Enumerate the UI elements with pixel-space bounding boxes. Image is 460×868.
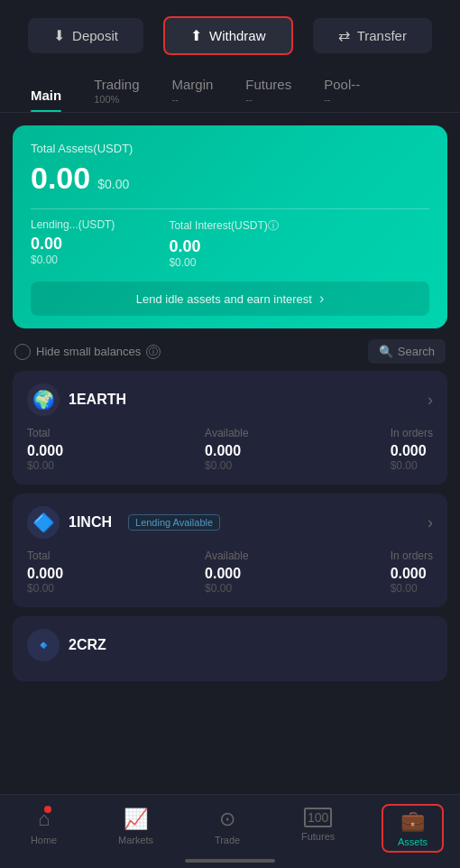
inorders-col: In orders 0.000 $0.00 xyxy=(391,427,433,472)
coin-list: 🌍 1EARTH › Total 0.000 $0.00 Available 0… xyxy=(0,371,460,690)
tab-trading[interactable]: Trading 100% xyxy=(78,68,155,112)
lending-badge: Lending Available xyxy=(128,514,220,531)
nav-markets[interactable]: 📈 Markets xyxy=(104,804,168,849)
nav-home[interactable]: ⌂ Home xyxy=(16,804,71,849)
tab-main[interactable]: Main xyxy=(14,78,78,112)
futures-icon: 100 xyxy=(304,808,332,827)
nav-trade[interactable]: ⊙ Trade xyxy=(200,804,254,849)
coin-item-1inch[interactable]: 🔷 1INCH Lending Available › Total 0.000 … xyxy=(13,494,447,607)
assets-row: Lending...(USDT) 0.00 $0.00 Total Intere… xyxy=(31,218,429,269)
trade-icon: ⊙ xyxy=(219,808,235,831)
lending-col: Lending...(USDT) 0.00 $0.00 xyxy=(31,218,115,269)
withdraw-icon: ⬆ xyxy=(190,27,202,44)
available-col: Available 0.000 $0.00 xyxy=(205,427,248,472)
info-icon: ⓘ xyxy=(146,345,161,359)
coin-arrow-1inch: › xyxy=(428,513,433,532)
tab-margin[interactable]: Margin -- xyxy=(155,68,229,112)
hide-balance-toggle[interactable]: Hide small balances ⓘ xyxy=(14,344,161,360)
deposit-button[interactable]: ⬇ Deposit xyxy=(28,18,143,53)
coin-icon-2crz: 🔹 xyxy=(27,629,60,661)
coin-icon-1earth: 🌍 xyxy=(27,383,60,416)
deposit-icon: ⬇ xyxy=(53,27,65,44)
assets-divider xyxy=(31,208,429,209)
lend-bar[interactable]: Lend idle assets and earn interest › xyxy=(31,282,429,316)
assets-icon: 💼 xyxy=(400,809,425,833)
coin-item-1earth[interactable]: 🌍 1EARTH › Total 0.000 $0.00 Available 0… xyxy=(13,371,447,485)
action-bar: ⬇ Deposit ⬆ Withdraw ⇄ Transfer xyxy=(0,0,460,68)
search-button[interactable]: 🔍 Search xyxy=(368,339,446,364)
coin-item-2crz[interactable]: 🔹 2CRZ xyxy=(13,616,447,681)
total-col: Total 0.000 $0.00 xyxy=(27,427,63,472)
coin-arrow-1earth: › xyxy=(428,391,433,410)
transfer-icon: ⇄ xyxy=(338,27,350,44)
bottom-nav: ⌂ Home 📈 Markets ⊙ Trade 100 Futures 💼 A… xyxy=(0,794,460,868)
assets-main-usd: $0.00 xyxy=(97,177,129,191)
home-notification-dot xyxy=(44,806,51,813)
search-icon: 🔍 xyxy=(379,345,393,358)
assets-main-value: 0.00 xyxy=(31,161,90,196)
interest-col: Total Interest(USDT)ⓘ 0.00 $0.00 xyxy=(169,218,278,269)
withdraw-button[interactable]: ⬆ Withdraw xyxy=(163,16,293,55)
toggle-circle xyxy=(14,344,31,360)
controls-row: Hide small balances ⓘ 🔍 Search xyxy=(0,328,460,371)
assets-card: Total Assets(USDT) 0.00 $0.00 Lending...… xyxy=(13,125,447,328)
nav-assets[interactable]: 💼 Assets xyxy=(382,804,444,853)
assets-title: Total Assets(USDT) xyxy=(31,142,429,155)
coin-icon-1inch: 🔷 xyxy=(27,506,60,539)
transfer-button[interactable]: ⇄ Transfer xyxy=(313,18,432,53)
tab-futures[interactable]: Futures -- xyxy=(229,68,308,112)
markets-icon: 📈 xyxy=(124,808,148,831)
bottom-indicator xyxy=(185,859,275,863)
tab-pool[interactable]: Pool-- -- xyxy=(308,68,376,112)
nav-futures[interactable]: 100 Futures xyxy=(287,804,349,845)
tabs-bar: Main Trading 100% Margin -- Futures -- P… xyxy=(0,68,460,113)
